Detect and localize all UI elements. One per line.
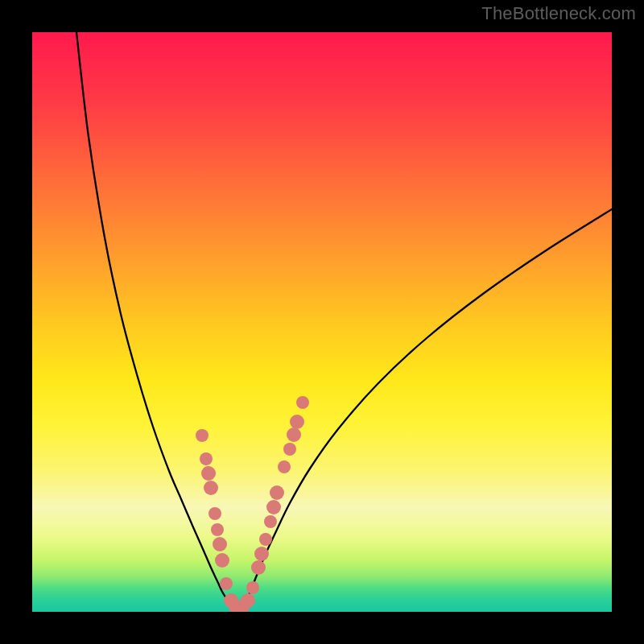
curve-right-curve — [242, 209, 612, 607]
data-marker — [201, 466, 216, 481]
data-marker — [241, 593, 255, 608]
curve-left-curve — [76, 32, 232, 607]
data-marker — [200, 452, 213, 465]
data-marker — [196, 429, 208, 442]
curves-group — [76, 32, 612, 609]
data-marker — [278, 460, 291, 473]
chart-svg — [32, 32, 612, 612]
data-marker — [204, 481, 218, 495]
data-marker — [211, 523, 224, 536]
data-marker — [264, 515, 277, 528]
attribution-label: TheBottleneck.com — [481, 3, 636, 24]
data-marker — [283, 443, 296, 456]
data-marker — [259, 533, 272, 546]
data-marker — [296, 396, 309, 409]
chart-frame: TheBottleneck.com — [0, 0, 644, 644]
data-marker — [215, 553, 229, 568]
data-marker — [213, 537, 227, 551]
data-marker — [254, 547, 269, 561]
plot-area — [32, 32, 612, 612]
data-marker — [251, 560, 266, 575]
data-marker — [208, 507, 221, 520]
data-marker — [220, 577, 233, 590]
data-marker — [270, 485, 284, 500]
data-marker — [266, 500, 281, 514]
markers-group — [196, 396, 309, 612]
data-marker — [246, 581, 259, 594]
data-marker — [287, 427, 301, 442]
data-marker — [290, 415, 304, 429]
